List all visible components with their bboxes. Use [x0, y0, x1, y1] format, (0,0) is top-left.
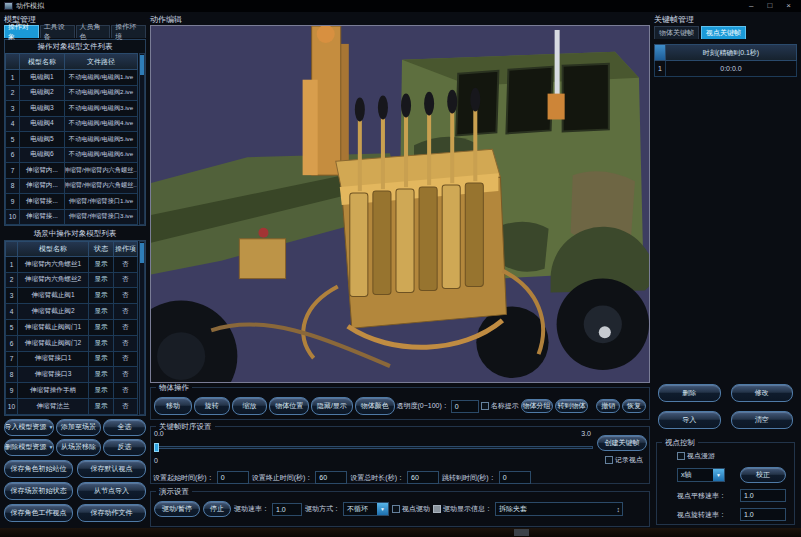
- cell-operation: 否: [114, 304, 138, 320]
- select-all-button[interactable]: 全选: [103, 419, 146, 436]
- scene-table-row[interactable]: 1 伸缩臂内六角螺丝1 显示 否: [5, 257, 138, 273]
- tab-tool-equipment[interactable]: 工具设备: [40, 25, 75, 38]
- file-table-row[interactable]: 8 伸缩臂内... 伸缩臂/伸缩臂内六角螺丝...: [5, 179, 138, 195]
- create-keyframe-button[interactable]: 创建关键帧: [597, 435, 647, 451]
- file-table-row[interactable]: 9 伸缩臂接... 伸缩臂/伸缩臂接口1.ive: [5, 194, 138, 210]
- add-to-scene-button[interactable]: 添加至场景: [56, 419, 101, 436]
- drive-mode-select[interactable]: 不循环 ▼: [343, 502, 389, 516]
- rotate-rate-input[interactable]: 1.0: [740, 508, 786, 521]
- file-table-row[interactable]: 10 伸缩臂接... 伸缩臂/伸缩臂接口3.ive: [5, 210, 138, 226]
- save-action-file-button[interactable]: 保存动作文件: [77, 504, 146, 522]
- modify-keyframe-button[interactable]: 修改: [731, 384, 794, 402]
- view-drive-checkbox[interactable]: [392, 505, 400, 513]
- taskbar-item[interactable]: [514, 529, 529, 536]
- keyframe-management-panel: 关键帧管理 物体关键帧 视点关键帧 时刻(精确到0.1秒) 1 0:0:0.0: [654, 14, 797, 526]
- tab-object-keyframe[interactable]: 物体关键帧: [654, 26, 699, 39]
- cell-index: 7: [5, 163, 20, 179]
- redo-button[interactable]: 恢复: [622, 399, 646, 413]
- drive-rate-input[interactable]: 1.0: [272, 503, 302, 516]
- move-button[interactable]: 移动: [154, 397, 192, 415]
- record-view-checkbox[interactable]: [605, 456, 613, 464]
- play-pause-button[interactable]: 驱动/暂停: [154, 501, 200, 517]
- save-scene-state-button[interactable]: 保存场景初始状态: [4, 482, 73, 500]
- name-tip-checkbox[interactable]: [481, 402, 489, 410]
- hide-show-button[interactable]: 隐藏/显示: [311, 397, 353, 415]
- keyframe-row[interactable]: 1 0:0:0.0: [654, 61, 797, 77]
- 3d-viewport[interactable]: [150, 25, 650, 383]
- object-group-button[interactable]: 物体分组: [521, 399, 553, 413]
- tab-operation-env[interactable]: 操作环境: [111, 25, 146, 38]
- cell-file-path: 不动电磁阀/电磁阀1.ive: [65, 70, 138, 86]
- tab-view-keyframe[interactable]: 视点关键帧: [701, 26, 746, 39]
- cell-status: 显示: [89, 383, 114, 399]
- import-from-node-button[interactable]: 从节点导入: [77, 482, 146, 500]
- cell-status: 显示: [89, 288, 114, 304]
- cell-file-path: 伸缩臂/伸缩臂内六角螺丝...: [65, 163, 138, 179]
- minimize-button[interactable]: –: [749, 1, 753, 11]
- file-table-row[interactable]: 3 电磁阀3 不动电磁阀/电磁阀3.ive: [5, 101, 138, 117]
- file-table-row[interactable]: 7 伸缩臂内... 伸缩臂/伸缩臂内六角螺丝...: [5, 163, 138, 179]
- maximize-button[interactable]: □: [767, 1, 772, 11]
- import-keyframe-button[interactable]: 导入: [658, 411, 721, 429]
- delete-keyframe-button[interactable]: 删除: [658, 384, 721, 402]
- stop-button[interactable]: 停止: [203, 501, 231, 517]
- close-button[interactable]: ×: [786, 1, 791, 11]
- chevron-down-icon[interactable]: ▼: [713, 469, 724, 481]
- scene-table-scrollbar[interactable]: [139, 241, 145, 415]
- remove-from-scene-button[interactable]: 从场景移除: [56, 439, 101, 456]
- total-time-input[interactable]: 60: [407, 471, 439, 484]
- demo-settings-label: 演示设置: [156, 487, 192, 497]
- file-table-row[interactable]: 1 电磁阀1 不动电磁阀/电磁阀1.ive: [5, 70, 138, 86]
- save-default-view-button[interactable]: 保存默认视点: [77, 460, 146, 478]
- save-role-view-button[interactable]: 保存角色工作视点: [4, 504, 73, 522]
- file-table-row[interactable]: 6 电磁阀6 不动电磁阀/电磁阀6.ive: [5, 148, 138, 164]
- object-color-button[interactable]: 物体颜色: [355, 397, 395, 415]
- drive-info-checkbox[interactable]: [433, 505, 441, 513]
- goto-object-button[interactable]: 转到物体: [555, 399, 589, 413]
- delete-model-button[interactable]: 删除模型资源 ▼: [4, 439, 54, 456]
- cell-operation: 否: [114, 399, 138, 415]
- right-tabs: 物体关键帧 视点关键帧: [654, 26, 797, 39]
- scene-table-row[interactable]: 8 伸缩臂接口3 显示 否: [5, 367, 138, 383]
- object-position-button[interactable]: 物体位置: [269, 397, 309, 415]
- opacity-input[interactable]: 0: [451, 400, 479, 413]
- correct-button[interactable]: 校正: [740, 467, 786, 483]
- scene-table-row[interactable]: 6 伸缩臂截止阀阀门2 显示 否: [5, 336, 138, 352]
- drive-info-select[interactable]: 拆除夹套 ↕: [495, 502, 623, 516]
- file-table-scrollbar[interactable]: [139, 53, 145, 225]
- scale-button[interactable]: 缩放: [232, 397, 268, 415]
- scene-table-row[interactable]: 2 伸缩臂内六角螺丝2 显示 否: [5, 273, 138, 289]
- scene-table-row[interactable]: 5 伸缩臂截止阀阀门1 显示 否: [5, 320, 138, 336]
- scrollbar-thumb[interactable]: [140, 243, 144, 263]
- save-role-position-button[interactable]: 保存角色初始站位: [4, 460, 73, 478]
- jump-time-input[interactable]: 0: [499, 471, 531, 484]
- timeline-slider[interactable]: [154, 443, 593, 452]
- import-model-button[interactable]: 导入模型资源 ▼: [4, 419, 54, 436]
- rotate-button[interactable]: 旋转: [194, 397, 230, 415]
- file-table-row[interactable]: 4 电磁阀4 不动电磁阀/电磁阀4.ive: [5, 117, 138, 133]
- slider-track[interactable]: [154, 446, 593, 449]
- slider-handle[interactable]: [154, 443, 159, 452]
- view-roam-checkbox[interactable]: [677, 452, 685, 460]
- scene-table-row[interactable]: 10 伸缩臂法兰 显示 否: [5, 399, 138, 415]
- file-table-row[interactable]: 5 电磁阀5 不动电磁阀/电磁阀5.ive: [5, 132, 138, 148]
- name-tip-label: 名称提示: [491, 401, 519, 411]
- undo-button[interactable]: 撤销: [596, 399, 620, 413]
- tab-personnel-role[interactable]: 人员角色: [76, 25, 111, 38]
- spinner-icon[interactable]: ↕: [617, 506, 623, 513]
- pan-rate-input[interactable]: 1.0: [740, 489, 786, 502]
- scene-table-row[interactable]: 3 伸缩臂截止阀1 显示 否: [5, 288, 138, 304]
- scrollbar-thumb[interactable]: [140, 55, 144, 75]
- object-operations-label: 物体操作: [156, 383, 192, 393]
- file-table-row[interactable]: 2 电磁阀2 不动电磁阀/电磁阀2.ive: [5, 86, 138, 102]
- clear-keyframe-button[interactable]: 清空: [731, 411, 794, 429]
- scene-table-row[interactable]: 4 伸缩臂截止阀2 显示 否: [5, 304, 138, 320]
- tab-operation-object[interactable]: 操作对象: [4, 25, 39, 38]
- chevron-down-icon[interactable]: ▼: [377, 503, 388, 515]
- scene-table-row[interactable]: 7 伸缩臂接口1 显示 否: [5, 352, 138, 368]
- invert-select-button[interactable]: 反选: [103, 439, 146, 456]
- start-time-input[interactable]: 0: [217, 471, 249, 484]
- axis-select[interactable]: x轴 ▼: [677, 468, 725, 482]
- end-time-input[interactable]: 60: [315, 471, 347, 484]
- scene-table-row[interactable]: 9 伸缩臂操作手柄 显示 否: [5, 383, 138, 399]
